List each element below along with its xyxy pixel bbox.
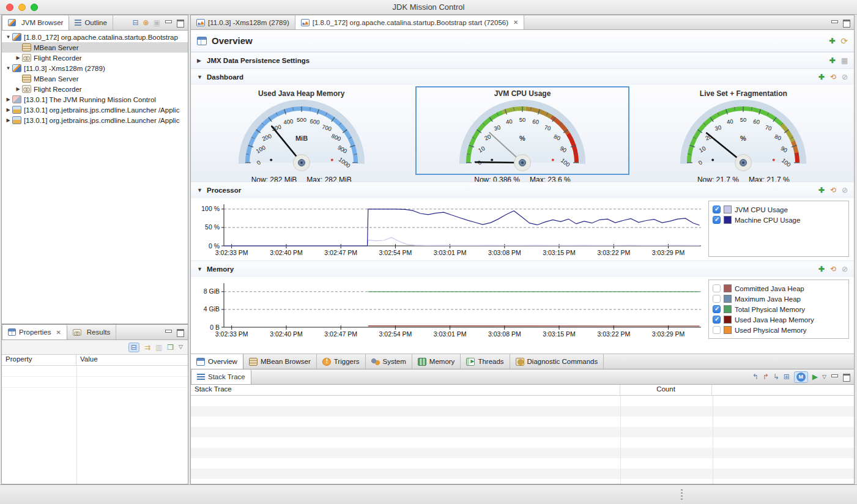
nav-out-icon[interactable]: ↳	[773, 373, 779, 380]
minimize-view-icon[interactable]	[831, 20, 838, 26]
legend-item[interactable]: JVM CPU Usage	[713, 204, 845, 215]
add-icon[interactable]: ✚	[818, 265, 825, 273]
legend-item[interactable]: Used Physical Memory	[713, 325, 845, 335]
expanded-arrow-icon[interactable]: ▼	[4, 65, 12, 71]
tab-jvm-browser[interactable]: JVM Browser	[2, 15, 69, 30]
collapsed-arrow-icon[interactable]: ▶	[4, 107, 12, 113]
page-tab-memory[interactable]: Memory	[412, 354, 461, 369]
maximize-view-icon[interactable]	[176, 329, 184, 335]
open-connection-icon[interactable]: ▣	[154, 19, 160, 26]
filter-icon[interactable]: ▥	[155, 344, 162, 351]
column-header-value[interactable]: Value	[76, 355, 102, 365]
page-tab-mbean-browser[interactable]: MBean Browser	[243, 354, 317, 369]
unchecked-checkbox[interactable]	[713, 295, 721, 303]
reset-dashboard-icon[interactable]: ⟳	[840, 37, 848, 45]
tree-item[interactable]: ▼[1.8.0_172] org.apache.catalina.startup…	[2, 32, 188, 42]
maximize-view-icon[interactable]	[176, 20, 184, 26]
checked-checkbox[interactable]	[713, 305, 721, 313]
remove-icon[interactable]: ⊘	[842, 265, 848, 273]
column-header-stack-trace[interactable]: Stack Trace	[191, 385, 620, 395]
checked-checkbox[interactable]	[713, 216, 721, 224]
tree-item[interactable]: ▼[11.0.3] -Xms128m (2789)	[2, 63, 188, 73]
maximize-view-icon[interactable]	[842, 20, 850, 26]
unchecked-checkbox[interactable]	[713, 326, 721, 334]
tab-properties[interactable]: Properties ✕	[2, 325, 67, 339]
page-tab-overview[interactable]: Overview	[191, 354, 243, 369]
collapsed-arrow-icon[interactable]: ▶	[197, 57, 207, 64]
new-connection-icon[interactable]: ⊕	[143, 19, 149, 26]
tree-item[interactable]: ▶[13.0.1] org.jetbrains.jps.cmdline.Laun…	[2, 115, 188, 125]
tab-stack-trace[interactable]: Stack Trace	[191, 369, 251, 384]
editor-tab-1[interactable]: [1.8.0_172] org.apache.catalina.startup.…	[295, 15, 525, 29]
expanded-arrow-icon[interactable]: ▼	[197, 74, 207, 80]
collapsed-arrow-icon[interactable]: ▶	[4, 97, 12, 102]
zoom-window-button[interactable]	[31, 4, 38, 11]
collapsed-arrow-icon[interactable]: ▶	[14, 55, 22, 61]
collapse-all-icon[interactable]: ⊟	[133, 19, 139, 26]
remove-icon[interactable]: ⊘	[842, 73, 848, 81]
close-window-button[interactable]	[6, 4, 13, 11]
tree-item[interactable]: ▶[13.0.1] The JVM Running Mission Contro…	[2, 94, 188, 105]
section-memory[interactable]: ▼ Memory ✚ ⟲ ⊘	[191, 261, 854, 277]
legend-item[interactable]: Machine CPU Usage	[713, 215, 845, 225]
sort-icon[interactable]: ⇉	[144, 344, 150, 351]
section-dashboard[interactable]: ▼ Dashboard ✚ ⟲ ⊘	[191, 69, 854, 85]
gauge-liveset[interactable]: Live Set + Fragmentation 010203040506070…	[633, 85, 854, 182]
refresh-icon[interactable]: ⟲	[830, 187, 836, 194]
resize-handle[interactable]	[681, 489, 683, 500]
refresh-icon[interactable]: ⟲	[830, 73, 836, 81]
checked-checkbox[interactable]	[713, 206, 721, 213]
legend-item[interactable]: Maximum Java Heap	[713, 294, 845, 304]
collapsed-arrow-icon[interactable]: ▶	[4, 117, 12, 123]
method-format-icon[interactable]: M	[794, 371, 808, 383]
nav-into-icon[interactable]: ↰	[752, 373, 759, 380]
page-tab-threads[interactable]: Threads	[461, 354, 510, 369]
page-tab-diagnostic-commands[interactable]: Diagnostic Commands	[510, 354, 604, 369]
view-menu-icon[interactable]: ▽	[179, 344, 183, 350]
unchecked-checkbox[interactable]	[713, 284, 721, 292]
section-jmx-persistence[interactable]: ▶ JMX Data Persistence Settings ✚ ▦	[191, 52, 854, 69]
tree-item[interactable]: ▶[13.0.1] org.jetbrains.jps.cmdline.Laun…	[2, 105, 188, 115]
legend-item[interactable]: Total Physical Memory	[713, 304, 845, 314]
minimize-view-icon[interactable]	[165, 329, 172, 335]
tree-item[interactable]: MBean Server	[2, 73, 188, 84]
tree-mode-icon[interactable]: ⊟	[128, 343, 139, 352]
section-processor[interactable]: ▼ Processor ✚ ⟲ ⊘	[191, 182, 854, 198]
tree-item[interactable]: ▶Flight Recorder	[2, 84, 188, 94]
refresh-icon[interactable]: ⟲	[830, 265, 836, 273]
page-tab-system[interactable]: System	[366, 354, 412, 369]
editor-tab-0[interactable]: [11.0.3] -Xms128m (2789)	[191, 15, 295, 29]
tree-item[interactable]: ▶Flight Recorder	[2, 53, 188, 63]
tab-outline[interactable]: Outline	[69, 15, 113, 30]
gauge-heap[interactable]: Used Java Heap Memory 010020030040050060…	[191, 85, 412, 182]
checked-checkbox[interactable]	[713, 316, 721, 324]
tree-layout-icon[interactable]: ⊞	[784, 373, 790, 380]
maximize-view-icon[interactable]	[842, 374, 850, 380]
expanded-arrow-icon[interactable]: ▼	[197, 266, 207, 272]
collapsed-arrow-icon[interactable]: ▶	[14, 86, 22, 92]
persistence-chart-icon[interactable]: ▦	[841, 57, 848, 64]
close-icon[interactable]: ✕	[56, 329, 61, 336]
tree-item[interactable]: MBean Server	[2, 42, 188, 53]
add-icon[interactable]: ✚	[818, 187, 825, 194]
page-tab-triggers[interactable]: Triggers	[317, 354, 366, 369]
add-icon[interactable]: ✚	[829, 57, 836, 64]
close-icon[interactable]: ✕	[513, 19, 518, 26]
add-chart-icon[interactable]: ✚	[829, 37, 835, 45]
view-menu-icon[interactable]: ▽	[822, 374, 826, 380]
add-icon[interactable]: ✚	[818, 73, 825, 81]
tab-results[interactable]: Results	[67, 325, 116, 339]
expanded-arrow-icon[interactable]: ▼	[197, 187, 207, 193]
expanded-arrow-icon[interactable]: ▼	[4, 34, 12, 40]
processor-chart[interactable]: 0 %50 %100 %3:02:33 PM3:02:40 PM3:02:47 …	[196, 201, 703, 259]
legend-item[interactable]: Used Java Heap Memory	[713, 314, 845, 325]
run-icon[interactable]: ▶	[812, 373, 818, 380]
pin-icon[interactable]: ❒	[167, 344, 174, 351]
minimize-window-button[interactable]	[18, 4, 26, 11]
minimize-view-icon[interactable]	[831, 374, 838, 380]
column-header-count[interactable]: Count	[620, 385, 712, 395]
gauge-cpu[interactable]: JVM CPU Usage 0102030405060708090100% No…	[412, 85, 633, 182]
remove-icon[interactable]: ⊘	[842, 187, 848, 194]
memory-chart[interactable]: 0 B4 GiB8 GiB3:02:33 PM3:02:40 PM3:02:47…	[196, 280, 703, 341]
nav-swap-icon[interactable]: ↱	[763, 373, 769, 380]
